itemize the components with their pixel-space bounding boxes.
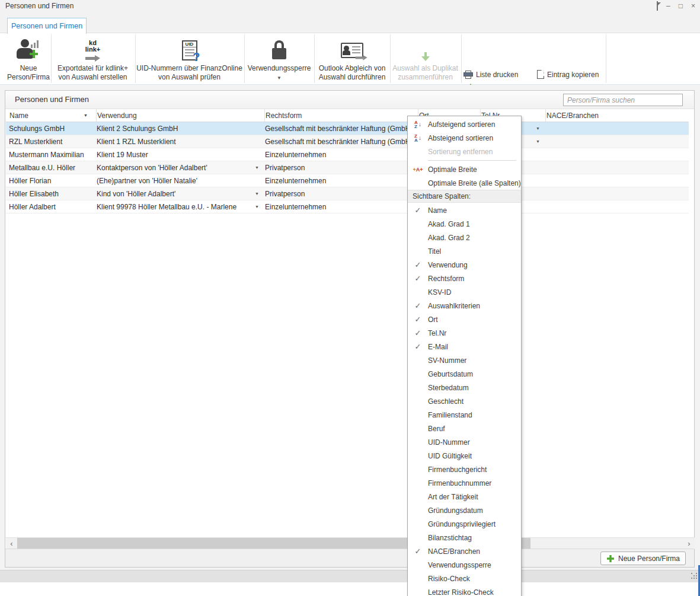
cell-name: Metallbau e.U. Höller [9,161,97,174]
menu-column-toggle[interactable]: ✓ Geburtsdatum [408,367,521,381]
check-icon: ✓ [408,301,428,310]
menu-column-toggle[interactable]: ✓ E-Mail [408,340,521,353]
column-header[interactable]: Rechtsform ▼ [265,109,418,122]
table-row[interactable]: Metallbau e.U. Höller Kontaktperson von … [6,161,689,174]
menu-column-toggle[interactable]: ✓ UID Gültigkeit [408,449,521,463]
merge-duplicate-button[interactable]: Auswahl als Duplikatzusammenführen [391,33,460,84]
menu-column-toggle[interactable]: ✓ Letzter Risiko-Check [408,585,521,596]
menu-item-optimal-width[interactable]: +A+ Optimale Breite [408,162,521,176]
print-list-button[interactable]: Liste drucken [464,68,536,81]
table-row[interactable]: Höller Elisabeth Kind von 'Höller Adalbe… [6,187,689,200]
printer-icon [464,71,473,79]
search-input[interactable] [563,94,683,106]
menu-item-sort-descending[interactable]: ZA↓ Absteigend sortieren [408,131,521,145]
menu-column-label: Gründungsprivilegiert [428,520,496,528]
menu-column-label: Geschlecht [428,397,464,406]
float-window-icon[interactable] [657,1,658,11]
menu-column-toggle[interactable]: ✓ Bilanzstichtag [408,531,521,544]
cell-nace [546,200,689,213]
uid-check-button[interactable]: UID? UID-Nummern über FinanzOnlinevon Au… [136,33,243,84]
column-header[interactable]: Name ▼ [9,109,97,122]
menu-column-toggle[interactable]: ✓ Tel.Nr [408,326,521,340]
cell-name: Höller Florian [9,174,97,187]
scroll-right-icon[interactable]: › [683,538,695,549]
menu-column-label: Rechtsform [428,275,464,283]
menu-column-toggle[interactable]: ✓ UID-Nummer [408,435,521,449]
menu-item-remove-sorting[interactable]: Sortierung entfernen [408,145,521,158]
table-row[interactable]: Höller Florian (Ehe)partner von 'Höller … [6,174,689,187]
minimize-icon[interactable]: – [666,1,670,11]
menu-column-toggle[interactable]: ✓ Firmenbuchnummer [408,476,521,490]
menu-column-toggle[interactable]: ✓ SV-Nummer [408,353,521,367]
cell-rechtsform: Privatperson [265,187,418,200]
menu-column-toggle[interactable]: ✓ Firmenbuchgericht [408,463,521,476]
copy-entry-button[interactable]: Eintrag kopieren [537,68,599,81]
verwendungssperre-button[interactable]: Verwendungssperre▼ [245,33,314,84]
column-header[interactable]: Verwendung ▼ [97,109,265,122]
cell-nace [546,135,689,148]
menu-column-toggle[interactable]: ✓ NACE/Branchen [408,544,521,558]
table-row[interactable]: Schulungs GmbH Klient 2 Schulungs GmbH ▼… [6,122,689,135]
column-header[interactable]: NACE/Branchen ▼ [546,109,689,122]
dropdown-arrow-icon[interactable]: ▼ [255,192,259,196]
panel-title: Personen und Firmen [15,95,89,104]
menu-column-label: UID-Nummer [428,438,470,447]
menu-column-toggle[interactable]: ✓ Risiko-Check [408,572,521,585]
dropdown-arrow-icon[interactable]: ▼ [255,165,259,170]
menu-column-toggle[interactable]: ✓ Akad. Grad 2 [408,231,521,244]
cell-verwendung: Klient 1 RZL Musterklient ▼ [97,135,265,148]
menu-column-toggle[interactable]: ✓ Gründungsprivilegiert [408,517,521,531]
menu-column-toggle[interactable]: ✓ Familienstand [408,408,521,422]
dropdown-arrow-icon[interactable]: ▼ [536,126,540,130]
panel-footer: Neue Person/Firma [5,549,694,567]
table-header-row: Name ▼ Verwendung ▼ Rechtsform ▼ Ort ▼ [6,109,689,122]
menu-column-label: UID Gültigkeit [428,452,472,460]
menu-column-toggle[interactable]: ✓ Gründungsdatum [408,503,521,517]
table-row[interactable]: Mustermann Maximilian Klient 19 Muster ▼… [6,148,689,161]
table-row[interactable]: Höller Adalbert Klient 99978 Höller Meta… [6,200,689,213]
menu-column-label: Verwendungssperre [428,561,491,569]
close-icon[interactable]: × [691,1,695,11]
cell-name: RZL Musterklient [9,135,97,148]
menu-column-label: Titel [428,247,441,256]
kdlink-export-button[interactable]: kdlink+ Exportdatei für kdlink+von Auswa… [52,33,134,84]
button-label: Liste drucken [476,71,518,79]
menu-column-label: Gründungsdatum [428,506,483,515]
menu-column-toggle[interactable]: ✓ Verwendungssperre [408,558,521,572]
sort-ascending-icon: AZ↓ [408,120,428,129]
dropdown-arrow-icon[interactable]: ▼ [255,205,259,209]
menu-column-toggle[interactable]: ✓ Geschlecht [408,394,521,408]
cell-name: Höller Elisabeth [9,187,97,200]
new-person-firma-button[interactable]: NeuePerson/Firma [6,33,51,84]
menu-item-optimal-width-all[interactable]: Optimale Breite (alle Spalten) [408,176,521,190]
duplicate-persons-icon [413,37,439,64]
tab-personen-und-firmen[interactable]: Personen und Firmen [7,18,87,34]
horizontal-scrollbar[interactable]: ‹ › [6,537,695,549]
menu-column-toggle[interactable]: ✓ Art der Tätigkeit [408,490,521,503]
dropdown-arrow-icon[interactable]: ▼ [536,139,540,144]
menu-column-toggle[interactable]: ✓ Beruf [408,422,521,435]
menu-item-sort-ascending[interactable]: AZ↓ Aufsteigend sortieren [408,117,521,131]
menu-column-toggle[interactable]: ✓ KSV-ID [408,285,521,299]
maximize-icon[interactable]: □ [679,1,683,11]
outlook-sync-button[interactable]: Outlook Abgleich vonAuswahl durchführen [315,33,389,84]
sort-indicator-icon[interactable]: ▼ [84,113,88,117]
button-label: zusammenführen [398,73,453,81]
menu-column-toggle[interactable]: ✓ Titel [408,244,521,258]
button-label: UID-Nummern über FinanzOnline [136,64,242,72]
menu-column-toggle[interactable]: ✓ Verwendung [408,258,521,272]
new-person-firma-footer-button[interactable]: Neue Person/Firma [600,552,686,565]
menu-column-toggle[interactable]: ✓ Auswahlkriterien [408,299,521,313]
menu-column-toggle[interactable]: ✓ Akad. Grad 1 [408,217,521,231]
menu-column-label: Art der Tätigkeit [428,493,478,501]
menu-column-toggle[interactable]: ✓ Name [408,203,521,217]
button-label: Neue [20,64,37,72]
scroll-left-icon[interactable]: ‹ [6,538,17,549]
table-row[interactable]: RZL Musterklient Klient 1 RZL Musterklie… [6,135,689,148]
resize-grip[interactable] [691,573,698,580]
cell-verwendung: Klient 19 Muster ▼ [97,148,265,161]
menu-column-toggle[interactable]: ✓ Ort [408,313,521,326]
cell-rechtsform: Gesellschaft mit beschränkter Haftung (G… [265,122,418,135]
menu-column-toggle[interactable]: ✓ Sterbedatum [408,381,521,394]
menu-column-toggle[interactable]: ✓ Rechtsform [408,272,521,285]
